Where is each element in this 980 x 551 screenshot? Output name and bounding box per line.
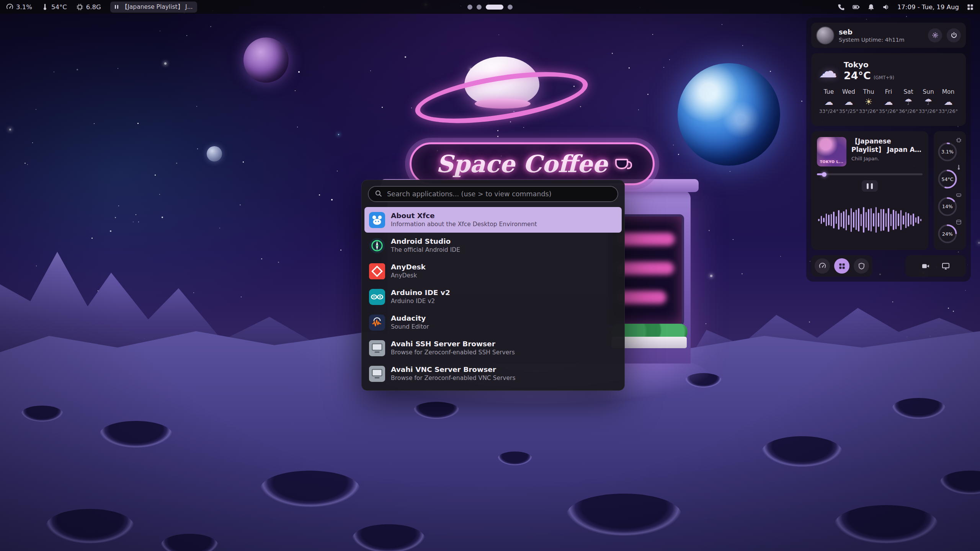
cloud-icon: ☁ [819,62,837,80]
sun-icon: ☀ [859,97,879,107]
mem-stat-gauge: 14% [938,192,962,217]
launcher-result[interactable]: AudacitySound Editor [364,310,622,335]
crater [498,452,532,465]
crater [892,398,946,419]
audio-visualizer [817,196,923,244]
crater [567,494,681,536]
avahi-app-icon [369,340,385,356]
volume-icon[interactable] [882,3,890,11]
crater [413,402,459,419]
system-uptime: System Uptime: 4h11m [839,37,923,43]
now-playing-title: 【Japanese Playlist】 J... [122,3,193,11]
power-button[interactable] [947,28,961,42]
android-studio-app-icon [369,238,385,254]
app-launcher: About XfceInformation about the Xfce Des… [361,180,625,391]
phone-icon[interactable] [838,3,845,11]
launcher-result[interactable]: Android StudioThe official Android IDE [364,233,622,258]
memory-indicator: 6.8G [76,3,101,11]
apps-grid-icon[interactable] [967,3,974,11]
launcher-result[interactable]: About XfceInformation about the Xfce Des… [364,207,622,233]
launcher-results: About XfceInformation about the Xfce Des… [362,207,624,386]
cloud-icon: ☁ [839,97,859,107]
speedometer-icon [6,3,13,11]
workspace-dot[interactable] [508,5,513,10]
screen-record-button[interactable] [921,262,929,270]
crater [352,524,425,551]
weather-card: ☁ Tokyo 24°C (GMT+9) Tue☁33°/24°Wed☁35°/… [811,53,966,126]
result-description: Sound Editor [391,323,429,331]
neon-sign-text: Space Coffee [436,150,608,178]
launcher-result[interactable]: Avahi VNC Server BrowserBrowse for Zeroc… [364,361,622,386]
result-title: Avahi VNC Server Browser [391,365,515,374]
cpu-usage-indicator: 3.1% [6,3,32,11]
forecast-day: Wed☁35°/25° [839,88,859,114]
screenshot-button[interactable] [942,262,950,270]
launcher-result[interactable]: Avahi SSH Server BrowserBrowse for Zeroc… [364,335,622,361]
workspace-dot[interactable] [477,5,482,10]
launcher-result[interactable]: Arduino IDE v2Arduino IDE v2 [364,284,622,310]
result-description: Arduino IDE v2 [391,298,450,305]
result-description: AnyDesk [391,272,426,279]
forecast-day: Sat☂36°/26° [898,88,918,114]
user-card: seb System Uptime: 4h11m [811,23,966,48]
apps-button[interactable] [834,258,849,274]
clock[interactable]: 17:09 - Tue, 19 Aug [897,3,959,11]
crater [835,505,938,543]
forecast-day: Sun☂33°/26° [918,88,938,114]
bell-icon[interactable] [867,3,875,11]
weather-temperature: 24°C [844,70,871,82]
seek-bar[interactable] [817,173,923,175]
battery-icon[interactable] [853,3,860,11]
capture-tools [905,255,966,277]
weather-timezone: (GMT+9) [874,75,894,80]
cloud-icon: ☁ [819,97,839,107]
settings-button[interactable] [928,28,942,42]
album-art-text: TOKYO L... [820,160,844,164]
result-title: Android Studio [391,237,460,246]
result-description: Browse for Zeroconf-enabled VNC Servers [391,375,515,382]
weather-city: Tokyo [844,60,894,69]
xfce-app-icon [369,212,385,228]
result-title: About Xfce [391,211,537,220]
result-description: Browse for Zeroconf-enabled SSH Servers [391,349,515,356]
cloud-icon: ☁ [879,97,898,107]
stat-value: 3.1% [938,142,957,162]
result-description: Information about the Xfce Desktop Envir… [391,221,537,228]
workspace-dot[interactable] [486,5,503,10]
purple-planet [243,37,289,83]
pause-icon [115,5,118,9]
arduino-app-icon [369,289,385,305]
rain-icon: ☂ [898,97,918,107]
shield-button[interactable] [854,258,869,274]
avahi-app-icon [369,366,385,382]
launcher-result[interactable]: AnyDeskAnyDesk [364,258,622,284]
temp-stat-gauge: 54°C [938,165,962,189]
performance-button[interactable] [815,258,830,274]
rain-icon: ☂ [918,97,938,107]
crater [100,421,172,448]
temperature-value: 54°C [51,3,67,11]
stat-value: 14% [938,197,957,217]
crater [762,436,842,467]
result-title: Avahi SSH Server Browser [391,339,515,348]
now-playing-pill[interactable]: 【Japanese Playlist】 J... [110,2,198,13]
thermometer-icon [41,3,49,11]
pause-button[interactable] [862,180,878,192]
track-artist: Chill Japan. [851,156,923,161]
forecast-day: Fri☁35°/26° [879,88,898,114]
stat-value: 54°C [938,169,957,189]
result-title: AnyDesk [391,262,426,271]
memory-value: 6.8G [86,3,101,11]
cpu-usage-value: 3.1% [16,3,32,11]
launcher-search-bar [368,186,618,202]
search-input[interactable] [386,190,611,198]
crater [260,471,360,507]
cup-saucer [475,99,531,109]
track-title: 【Japanese Playlist】 Japan All Night - To… [851,137,923,154]
seek-handle[interactable] [822,172,826,177]
neon-sign: Space Coffee [410,142,655,185]
workspace-dot[interactable] [467,5,472,10]
username: seb [839,28,923,36]
workspace-pager [467,0,513,14]
coffee-cup-icon [615,159,628,169]
